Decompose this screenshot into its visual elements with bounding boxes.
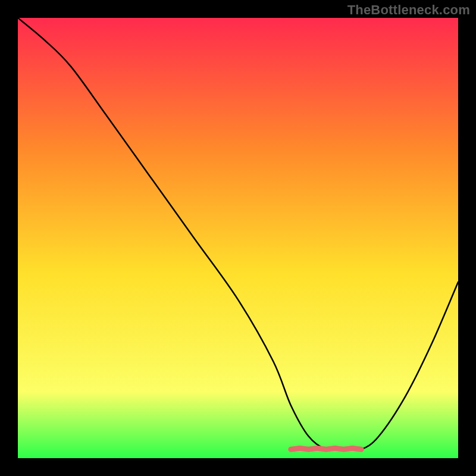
optimal-range-highlight — [291, 448, 361, 449]
bottleneck-chart — [18, 18, 458, 458]
plot-area — [18, 18, 458, 458]
chart-frame: TheBottleneck.com — [0, 0, 476, 476]
watermark-text: TheBottleneck.com — [347, 2, 470, 18]
